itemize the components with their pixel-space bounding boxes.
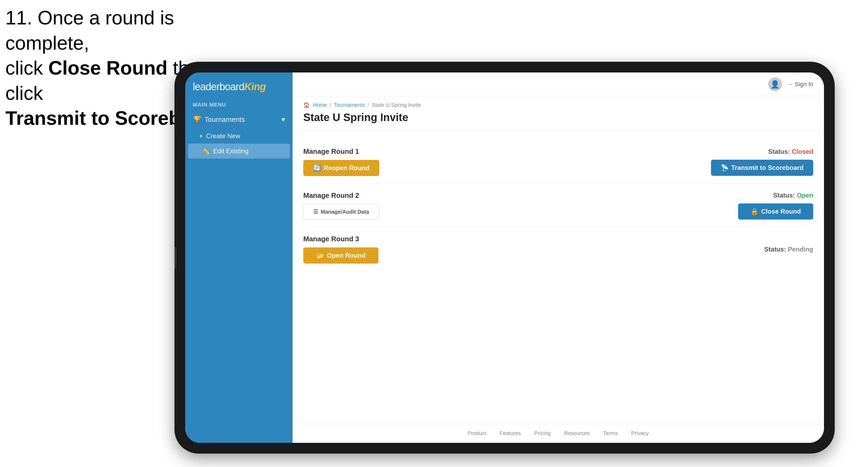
footer-features[interactable]: Features bbox=[500, 430, 521, 436]
open-round-icon: 📂 bbox=[316, 252, 324, 259]
footer-product[interactable]: Product bbox=[468, 430, 486, 436]
round-3-right: Status: Pending bbox=[764, 246, 813, 253]
round-1-right: Status: Closed 📡 Transmit to Scoreboard bbox=[711, 148, 813, 176]
close-label: Close Round bbox=[761, 208, 801, 215]
transmit-icon: 📡 bbox=[721, 164, 729, 172]
breadcrumb-home: 🏠 bbox=[303, 102, 310, 108]
round-2-title: Manage Round 2 bbox=[303, 191, 379, 200]
breadcrumb: 🏠 Home / Tournaments / State U Spring In… bbox=[292, 96, 824, 108]
chevron-down-icon: ▾ bbox=[282, 116, 285, 124]
logo-prefix: leaderboard bbox=[193, 81, 244, 92]
footer-pricing[interactable]: Pricing bbox=[534, 430, 551, 436]
round-3-left: Manage Round 3 📂 Open Round bbox=[303, 235, 378, 263]
tournaments-label: Tournaments bbox=[205, 116, 245, 124]
tablet-device: leaderboardKing MAIN MENU 🏆 Tournaments … bbox=[175, 62, 835, 454]
tablet-screen: leaderboardKing MAIN MENU 🏆 Tournaments … bbox=[185, 72, 824, 443]
footer-privacy[interactable]: Privacy bbox=[631, 430, 649, 436]
footer: Product Features Pricing Resources Terms… bbox=[292, 424, 824, 443]
sidebar-item-edit-existing[interactable]: ✏️ Edit Existing bbox=[188, 144, 290, 159]
breadcrumb-sep1: / bbox=[330, 102, 331, 108]
app-layout: leaderboardKing MAIN MENU 🏆 Tournaments … bbox=[185, 72, 824, 443]
round-1-status-value: Closed bbox=[792, 148, 813, 155]
round-2-status: Status: Open bbox=[773, 192, 813, 199]
trophy-icon: 🏆 bbox=[193, 116, 201, 124]
logo-suffix: King bbox=[244, 81, 266, 92]
round-1-card: Manage Round 1 🔄 Reopen Round Status: Cl… bbox=[303, 140, 813, 184]
breadcrumb-current: State U Spring Invite bbox=[372, 102, 421, 108]
sidebar-item-create-new[interactable]: + Create New bbox=[185, 129, 292, 144]
breadcrumb-sep2: / bbox=[368, 102, 369, 108]
round-2-left: Manage Round 2 ☰ Manage/Audit Data bbox=[303, 191, 379, 220]
footer-terms[interactable]: Terms bbox=[603, 430, 618, 436]
round-1-title: Manage Round 1 bbox=[303, 147, 379, 156]
sidebar-item-tournaments[interactable]: 🏆 Tournaments ▾ bbox=[185, 111, 292, 129]
page-title-area: State U Spring Invite bbox=[292, 108, 824, 130]
logo: leaderboardKing bbox=[193, 81, 285, 93]
footer-resources[interactable]: Resources bbox=[564, 430, 590, 436]
breadcrumb-home-link[interactable]: Home bbox=[313, 102, 327, 108]
round-1-status: Status: Closed bbox=[768, 148, 813, 155]
content-area: Manage Round 1 🔄 Reopen Round Status: Cl… bbox=[292, 130, 824, 424]
main-content: 👤 → Sign In 🏠 Home / Tournaments / State… bbox=[292, 72, 824, 443]
round-3-card: Manage Round 3 📂 Open Round Status: Pend… bbox=[303, 227, 813, 271]
round-3-status: Status: Pending bbox=[764, 246, 813, 253]
audit-icon: ☰ bbox=[313, 209, 318, 215]
sign-in-label: Sign In bbox=[795, 81, 813, 88]
audit-label: Manage/Audit Data bbox=[321, 209, 369, 215]
breadcrumb-tournaments-link[interactable]: Tournaments bbox=[334, 102, 365, 108]
close-round-button[interactable]: 🔒 Close Round bbox=[738, 204, 813, 220]
round-1-left: Manage Round 1 🔄 Reopen Round bbox=[303, 147, 379, 176]
instruction-bold1: Close Round bbox=[48, 57, 167, 79]
sidebar-logo: leaderboardKing bbox=[185, 72, 292, 98]
round-3-status-value: Pending bbox=[788, 246, 813, 253]
create-new-label: Create New bbox=[206, 132, 240, 140]
plus-icon: + bbox=[199, 132, 203, 140]
sidebar-menu-label: MAIN MENU bbox=[185, 98, 292, 111]
transmit-to-scoreboard-button[interactable]: 📡 Transmit to Scoreboard bbox=[711, 160, 813, 176]
reopen-round-button[interactable]: 🔄 Reopen Round bbox=[303, 160, 379, 176]
instruction-line2: click bbox=[5, 57, 48, 79]
sign-in-icon: → bbox=[787, 81, 793, 88]
close-icon: 🔒 bbox=[750, 208, 758, 215]
top-bar: 👤 → Sign In bbox=[292, 72, 824, 96]
instruction-line1: 11. Once a round is complete, bbox=[5, 7, 174, 54]
user-avatar: 👤 bbox=[768, 77, 782, 91]
edit-existing-label: Edit Existing bbox=[213, 147, 249, 155]
open-round-label: Open Round bbox=[327, 252, 366, 259]
manage-audit-data-button[interactable]: ☰ Manage/Audit Data bbox=[303, 204, 379, 220]
open-round-button[interactable]: 📂 Open Round bbox=[303, 247, 378, 263]
reopen-label: Reopen Round bbox=[324, 164, 370, 172]
sidebar: leaderboardKing MAIN MENU 🏆 Tournaments … bbox=[185, 72, 292, 443]
transmit-label: Transmit to Scoreboard bbox=[732, 164, 804, 172]
round-2-status-value: Open bbox=[797, 192, 813, 199]
round-3-title: Manage Round 3 bbox=[303, 235, 378, 243]
edit-icon: ✏️ bbox=[202, 147, 210, 155]
round-2-right: Status: Open 🔒 Close Round bbox=[738, 192, 813, 220]
sign-in-button[interactable]: → Sign In bbox=[787, 81, 813, 88]
page-title: State U Spring Invite bbox=[303, 112, 813, 123]
round-2-card: Manage Round 2 ☰ Manage/Audit Data Statu… bbox=[303, 184, 813, 227]
tablet-side-button bbox=[175, 247, 177, 269]
reopen-icon: 🔄 bbox=[313, 164, 321, 172]
